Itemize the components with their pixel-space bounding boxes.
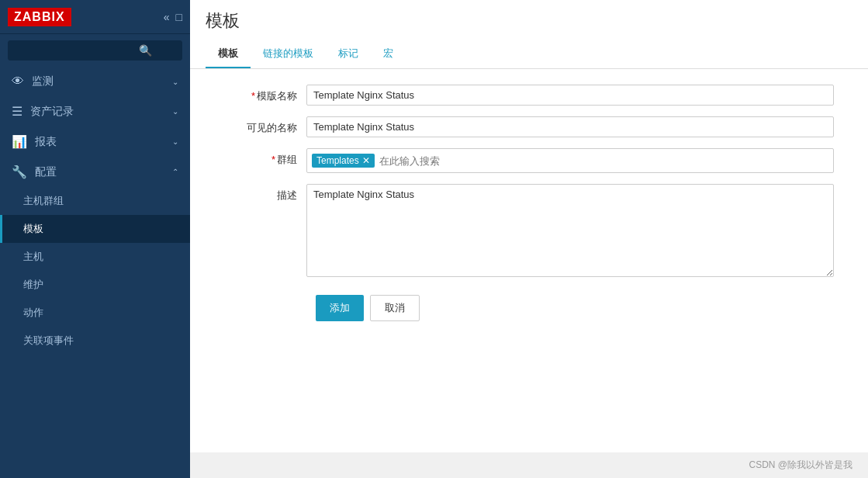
sidebar-item-corr-events[interactable]: 关联项事件 [0,327,190,355]
sidebar-item-actions[interactable]: 动作 [0,299,190,327]
reports-icon: 📊 [12,134,27,149]
config-icon: 🔧 [12,165,27,179]
description-row: 描述 Template Nginx Status [206,184,852,279]
template-name-row: *模版名称 [206,85,852,106]
visible-name-input[interactable] [306,116,834,137]
reports-arrow: ⌄ [172,137,178,146]
tag-templates: Templates ✕ [312,154,375,168]
group-control: Templates ✕ [306,148,834,173]
sidebar-icons: « □ [164,11,182,23]
config-arrow: ⌃ [172,168,178,176]
sidebar-item-config[interactable]: 🔧 配置 ⌃ [0,157,190,187]
actions-label: 动作 [23,306,43,320]
host-groups-label: 主机群组 [23,194,64,208]
tab-macros[interactable]: 宏 [371,40,406,68]
search-icon: 🔍 [139,44,152,57]
template-name-input[interactable] [306,85,834,106]
hosts-label: 主机 [23,250,43,264]
search-box: 🔍 [0,34,190,67]
description-textarea[interactable]: Template Nginx Status [306,184,834,277]
main-content: 模板 模板 链接的模板 标记 宏 *模版名称 可见的名称 *群组 [190,0,868,478]
sidebar-item-reports[interactable]: 📊 报表 ⌄ [0,126,190,157]
template-name-control [306,85,834,106]
maintenance-label: 维护 [23,278,43,292]
group-label: *群组 [206,148,306,167]
assets-icon: ☰ [12,104,22,119]
assets-label: 资产记录 [30,105,172,119]
sidebar-item-templates[interactable]: 模板 [0,215,190,243]
cancel-button[interactable]: 取消 [370,295,420,321]
tag-close-button[interactable]: ✕ [362,155,370,166]
visible-name-row: 可见的名称 [206,116,852,137]
sidebar-item-maintenance[interactable]: 维护 [0,271,190,299]
monitoring-arrow: ⌄ [172,78,178,86]
zabbix-logo: ZABBIX [8,8,71,26]
collapse-icon[interactable]: « [164,11,170,23]
sidebar-item-assets[interactable]: ☰ 资产记录 ⌄ [0,96,190,126]
templates-label: 模板 [23,222,43,236]
sidebar-header: ZABBIX « □ [0,0,190,34]
description-control: Template Nginx Status [306,184,834,279]
visible-name-control [306,116,834,137]
search-input[interactable] [15,45,139,57]
assets-arrow: ⌄ [172,107,178,116]
reports-label: 报表 [35,135,172,149]
monitoring-label: 监测 [32,74,172,88]
group-row: *群组 Templates ✕ [206,148,852,173]
tag-label: Templates [316,155,359,166]
form-area: *模版名称 可见的名称 *群组 Templates ✕ [190,69,868,452]
group-search-input[interactable] [378,154,511,168]
template-name-label: *模版名称 [206,85,306,103]
sidebar-item-host-groups[interactable]: 主机群组 [0,187,190,215]
footer-note: CSDN @除我以外皆是我 [190,452,868,478]
page-title: 模板 [206,9,852,33]
tabs-bar: 模板 链接的模板 标记 宏 [206,40,852,68]
page-header: 模板 模板 链接的模板 标记 宏 [190,0,868,69]
form-actions: 添加 取消 [206,295,852,321]
description-label: 描述 [206,184,306,203]
config-label: 配置 [35,165,172,179]
monitoring-icon: 👁 [12,74,24,88]
search-wrap: 🔍 [8,40,182,61]
required-star-1: * [251,90,255,102]
tab-linked[interactable]: 链接的模板 [251,40,326,68]
tags-area[interactable]: Templates ✕ [306,148,834,173]
sidebar-item-monitoring[interactable]: 👁 监测 ⌄ [0,67,190,96]
sidebar: ZABBIX « □ 🔍 👁 监测 ⌄ ☰ 资产记录 ⌄ 📊 报表 ⌄ 🔧 配置… [0,0,190,478]
expand-icon[interactable]: □ [176,11,182,23]
corr-events-label: 关联项事件 [23,334,74,348]
required-star-2: * [271,154,275,165]
add-button[interactable]: 添加 [316,295,364,321]
tab-tags[interactable]: 标记 [326,40,371,68]
visible-name-label: 可见的名称 [206,116,306,135]
tab-template[interactable]: 模板 [206,40,251,68]
sidebar-item-hosts[interactable]: 主机 [0,243,190,271]
